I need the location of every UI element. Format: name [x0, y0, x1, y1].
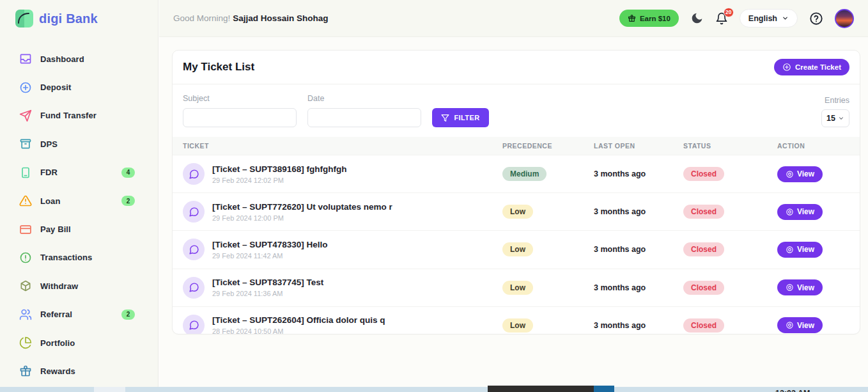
status-badge: Closed — [683, 281, 724, 295]
send-icon — [19, 109, 32, 122]
sidebar: digi Bank Dashboard Deposit Fund Transfe… — [0, 0, 159, 387]
taskbar-app-segment[interactable] — [488, 386, 594, 392]
view-button[interactable]: View — [777, 279, 823, 295]
status-badge: Closed — [683, 318, 724, 333]
precedence-badge: Low — [502, 281, 533, 295]
language-dropdown[interactable]: English — [740, 9, 798, 27]
table-row: [Ticket – SUPT837745] Test 29 Feb 2024 1… — [173, 269, 860, 306]
users-icon — [19, 308, 32, 321]
entries-label: Entries — [825, 96, 849, 105]
column-header-last-open: LAST OPEN — [594, 142, 683, 150]
dark-mode-toggle[interactable] — [690, 12, 704, 25]
view-button[interactable]: View — [777, 166, 823, 182]
funnel-icon — [441, 114, 449, 122]
earn-button[interactable]: Earn $10 — [619, 10, 679, 27]
chat-bubble-icon — [183, 201, 205, 223]
column-header-status: STATUS — [683, 142, 777, 150]
page-title: My Ticket List — [183, 61, 254, 74]
chevron-down-icon — [782, 15, 789, 22]
ticket-title: [Ticket – SUPT478330] Hello — [212, 240, 328, 249]
date-label: Date — [307, 94, 421, 103]
entries-select[interactable]: 15 — [821, 109, 849, 127]
table-row: [Ticket – SUPT772620] Ut voluptates nemo… — [173, 192, 860, 230]
taskbar-clock: 12:02 AM — [775, 389, 858, 392]
help-button[interactable] — [809, 12, 823, 26]
sidebar-item-fdr[interactable]: FDR 4 — [0, 159, 158, 187]
sidebar-item-fund-transfer[interactable]: Fund Transfer — [0, 102, 158, 130]
sidebar-item-label: Withdraw — [40, 281, 78, 291]
view-label: View — [797, 283, 814, 292]
notifications-button[interactable]: 20 — [715, 12, 728, 25]
sidebar-item-label: FDR — [40, 168, 58, 177]
table-header-row: TICKET PRECEDENCE LAST OPEN STATUS ACTIO… — [173, 137, 860, 155]
table-row: [Ticket – SUPT478330] Hello 29 Feb 2024 … — [173, 230, 860, 268]
ticket-date: 29 Feb 2024 11:36 AM — [212, 290, 323, 297]
view-button[interactable]: View — [777, 242, 823, 258]
archive-box-icon — [19, 137, 32, 150]
view-label: View — [797, 207, 814, 216]
notification-count-badge: 20 — [724, 8, 734, 17]
status-badge: Closed — [683, 167, 724, 181]
eye-icon — [786, 321, 794, 329]
create-ticket-button[interactable]: Create Ticket — [774, 59, 849, 75]
ticket-date: 29 Feb 2024 12:00 PM — [212, 214, 392, 222]
gift-icon — [628, 14, 636, 22]
eye-icon — [786, 246, 794, 254]
sidebar-item-label: Loan — [40, 196, 60, 206]
entries-value: 15 — [826, 114, 835, 123]
credit-card-icon — [19, 223, 32, 236]
sidebar-item-rewards[interactable]: Rewards — [0, 357, 158, 385]
ticket-date: 28 Feb 2024 10:50 AM — [212, 327, 385, 334]
subject-label: Subject — [183, 94, 297, 103]
sidebar-item-pay-bill[interactable]: Pay Bill — [0, 215, 158, 243]
brand-logo-icon — [15, 10, 33, 27]
status-badge: Closed — [683, 242, 724, 256]
package-icon — [19, 279, 32, 292]
username: Sajjad Hossain Shohag — [233, 13, 328, 23]
chat-bubble-icon — [183, 315, 205, 334]
filter-button[interactable]: FILTER — [432, 108, 489, 127]
sidebar-item-label: DPS — [40, 139, 58, 149]
sidebar-item-referral[interactable]: Referral 2 — [0, 301, 158, 329]
ticket-title: [Ticket – SUPT389168] fghfghfgh — [212, 164, 347, 174]
sidebar-item-dps[interactable]: DPS — [0, 130, 158, 158]
taskbar-accent-segment[interactable] — [594, 386, 614, 392]
view-label: View — [797, 321, 814, 330]
date-input[interactable] — [307, 108, 421, 127]
sidebar-item-withdraw[interactable]: Withdraw — [0, 272, 158, 300]
brand-name: digi Bank — [39, 12, 98, 26]
ticket-title: [Ticket – SUPT262604] Officia dolor quis… — [212, 315, 385, 325]
ticket-title: [Ticket – SUPT837745] Test — [212, 278, 323, 287]
view-button[interactable]: View — [777, 317, 823, 333]
last-open-value: 3 months ago — [594, 245, 683, 254]
last-open-value: 3 months ago — [594, 169, 683, 178]
create-ticket-label: Create Ticket — [795, 63, 841, 71]
subject-input[interactable] — [183, 108, 297, 127]
sidebar-item-transactions[interactable]: Transactions — [0, 244, 158, 272]
eye-icon — [786, 170, 794, 178]
precedence-badge: Medium — [502, 167, 546, 181]
sidebar-item-label: Deposit — [40, 82, 71, 92]
precedence-badge: Low — [502, 318, 533, 333]
avatar[interactable] — [835, 9, 854, 28]
sidebar-item-deposit[interactable]: Deposit — [0, 73, 158, 101]
alert-triangle-icon — [19, 194, 32, 207]
sidebar-item-loan[interactable]: Loan 2 — [0, 187, 158, 215]
sidebar-item-dashboard[interactable]: Dashboard — [0, 45, 158, 73]
column-header-ticket: TICKET — [183, 142, 502, 150]
chat-bubble-icon — [183, 163, 205, 185]
ticket-date: 29 Feb 2024 12:02 PM — [212, 176, 347, 184]
fdr-count-badge: 4 — [121, 168, 135, 178]
ticket-list-card: My Ticket List Create Ticket Subject Dat… — [172, 50, 860, 334]
top-bar: Good Morning!Sajjad Hossain Shohag Earn … — [159, 0, 868, 37]
ticket-date: 29 Feb 2024 11:42 AM — [212, 252, 328, 260]
scrollbar-thumb[interactable] — [94, 387, 125, 392]
greeting-text: Good Morning!Sajjad Hossain Shohag — [173, 13, 329, 23]
ticket-title: [Ticket – SUPT772620] Ut voluptates nemo… — [212, 202, 392, 212]
filter-label: FILTER — [454, 114, 479, 122]
sidebar-nav: Dashboard Deposit Fund Transfer DPS FDR … — [0, 37, 158, 386]
eye-icon — [786, 208, 794, 216]
sidebar-item-portfolio[interactable]: Portfolio — [0, 329, 158, 357]
brand-logo[interactable]: digi Bank — [0, 0, 158, 37]
view-button[interactable]: View — [777, 204, 823, 220]
